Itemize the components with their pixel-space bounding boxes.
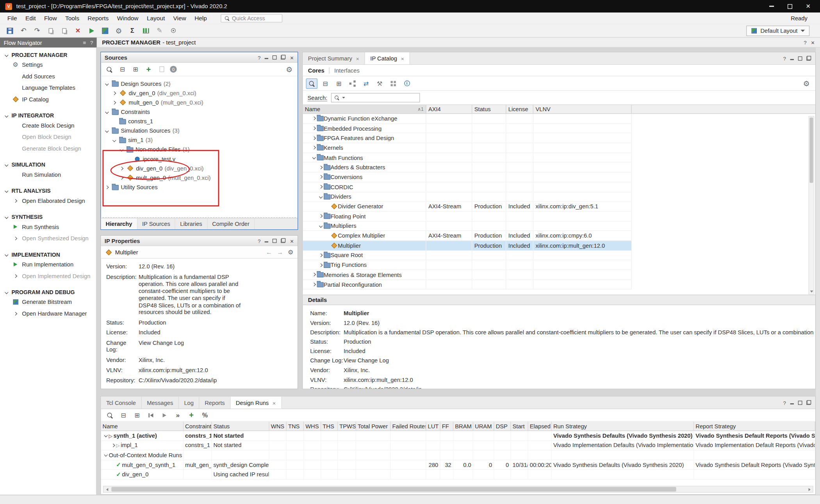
horizontal-scrollbar[interactable] (103, 486, 813, 493)
vertical-scrollbar[interactable] (809, 116, 815, 295)
flow-item-open-elaborated-design[interactable]: Open Elaborated Design (0, 195, 96, 206)
gear-button[interactable] (113, 25, 124, 36)
column-header-ff[interactable]: FF (440, 422, 453, 431)
subtab-cores[interactable]: Cores (308, 67, 324, 73)
section-header-program-and-debug[interactable]: PROGRAM AND DEBUG (0, 288, 96, 296)
design-run-synth-1-active[interactable]: synth_1 (active)constrs_1Not startedViva… (101, 431, 815, 441)
design-run-out-of-context-module-runs[interactable]: Out-of-Context Module Runs (101, 451, 815, 460)
catalog-row-dividers[interactable]: Dividers (303, 192, 631, 202)
column-header-vlnv[interactable]: VLNV (533, 105, 632, 113)
add-button[interactable] (185, 410, 197, 421)
collapse-icon[interactable] (111, 139, 117, 142)
expand-icon[interactable] (311, 117, 317, 120)
flow-item-open-block-design[interactable]: Open Block Design (0, 131, 96, 142)
section-header-project-manager[interactable]: PROJECT MANAGER (0, 51, 96, 59)
expand-icon[interactable] (111, 92, 117, 94)
catalog-row-math-functions[interactable]: Math Functions (303, 153, 631, 163)
flow-item-run-implementation[interactable]: Run Implementation (0, 259, 96, 270)
menu-window[interactable]: Window (113, 15, 143, 21)
tab-reports[interactable]: Reports (200, 397, 231, 409)
minimize-icon[interactable] (790, 401, 794, 404)
catalog-row-dynamic-function-exchange[interactable]: Dynamic Function eXchange (303, 114, 631, 124)
column-header-whs[interactable]: WHS (304, 422, 321, 431)
tree-item-constraints[interactable]: Constraints (101, 107, 298, 117)
expand-icon[interactable] (311, 273, 317, 276)
column-header-start[interactable]: Start (511, 422, 528, 431)
catalog-row-fpga-features-and-design[interactable]: FPGA Features and Design (303, 133, 631, 143)
expand-icon[interactable] (317, 254, 324, 257)
gear-icon[interactable] (288, 249, 293, 255)
layout-selector[interactable]: Default Layout (746, 25, 809, 36)
minimize-button[interactable] (769, 6, 774, 7)
expand-all-button[interactable] (333, 78, 344, 89)
expand-icon[interactable] (317, 264, 324, 266)
link-view-change-log[interactable]: View Change Log (139, 339, 243, 353)
copy-button[interactable] (45, 25, 56, 36)
percent-button[interactable] (199, 410, 210, 421)
section-header-rtl-analysis[interactable]: RTL ANALYSIS (0, 186, 96, 195)
column-header-wns[interactable]: WNS (269, 422, 287, 431)
close-icon[interactable] (811, 39, 815, 45)
paste-button[interactable] (59, 25, 70, 36)
maximize-icon[interactable] (798, 401, 802, 405)
flow-item-run-synthesis[interactable]: Run Synthesis (0, 221, 96, 232)
section-header-ip-integrator[interactable]: IP INTEGRATOR (0, 111, 96, 119)
dock-icon[interactable]: ≡ (83, 40, 86, 46)
collapse-icon[interactable] (317, 225, 324, 227)
tab-compile-order[interactable]: Compile Order (207, 218, 255, 229)
column-header-status[interactable]: Status (212, 422, 269, 431)
column-header-failed-routes[interactable]: Failed Routes (390, 422, 426, 431)
sigma-button[interactable] (127, 25, 138, 36)
expand-icon[interactable] (317, 176, 324, 179)
scroll-right-arrow[interactable] (806, 486, 813, 492)
link-production[interactable]: Production (344, 339, 371, 346)
expand-icon[interactable] (111, 101, 117, 104)
flow-item-generate-bitstream[interactable]: Generate Bitstream (0, 296, 96, 307)
wrench-button[interactable] (374, 78, 385, 89)
collapse-icon[interactable] (103, 454, 109, 456)
file-button[interactable] (156, 64, 167, 75)
expand-all-button[interactable] (130, 64, 141, 75)
help-icon[interactable] (258, 238, 260, 244)
flow-item-add-sources[interactable]: Add Sources (0, 71, 96, 82)
collapse-all-button[interactable] (118, 410, 129, 421)
info-button[interactable] (401, 78, 412, 89)
design-run-mult-gen-0-synth-1[interactable]: mult_gen_0_synth_1mult_gen_0synth_design… (101, 460, 815, 470)
expand-all-button[interactable] (131, 410, 143, 421)
close-icon[interactable] (290, 54, 294, 60)
fast-forward-button[interactable] (172, 410, 184, 421)
menu-file[interactable]: File (3, 15, 21, 21)
close-icon[interactable] (290, 238, 294, 244)
messages-badge[interactable]: 0 (170, 66, 176, 73)
expand-icon[interactable] (317, 215, 324, 218)
column-header-constraints[interactable]: Constraints (184, 422, 212, 431)
expand-icon[interactable] (110, 444, 116, 447)
settings-button[interactable] (800, 78, 812, 89)
collapse-icon[interactable] (103, 110, 110, 113)
undo-button[interactable] (18, 25, 29, 36)
help-icon[interactable]: ? (90, 40, 93, 46)
column-header-name[interactable]: Name (101, 422, 184, 431)
column-header-name[interactable]: Name∧1 (303, 105, 426, 113)
edit-button[interactable] (154, 25, 165, 36)
collapse-all-button[interactable] (117, 64, 128, 75)
ip-properties-header[interactable]: IP Properties (101, 236, 298, 246)
expand-icon[interactable] (311, 137, 317, 140)
tab-design-runs[interactable]: Design Runs (230, 397, 282, 409)
menu-reports[interactable]: Reports (84, 15, 113, 21)
run-button[interactable] (86, 25, 97, 36)
swap-button[interactable] (360, 78, 372, 89)
maximize-button[interactable] (788, 4, 792, 9)
flow-item-open-hardware-manager[interactable]: Open Hardware Manager (0, 308, 96, 319)
catalog-row-floating-point[interactable]: Floating Point (303, 211, 631, 221)
catalog-row-complex-multiplier[interactable]: Complex MultiplierAXI4-StreamProductionI… (303, 231, 631, 241)
collapse-icon[interactable] (311, 156, 317, 159)
catalog-row-embedded-processing[interactable]: Embedded Processing (303, 124, 631, 133)
minimize-icon[interactable] (790, 57, 794, 60)
column-header-uram[interactable]: URAM (473, 422, 494, 431)
scroll-down-arrow[interactable] (809, 289, 814, 294)
scrollbar-thumb[interactable] (809, 117, 813, 183)
catalog-row-cordic[interactable]: CORDIC (303, 182, 631, 192)
catalog-row-conversions[interactable]: Conversions (303, 172, 631, 182)
catalog-row-trig-functions[interactable]: Trig Functions (303, 260, 631, 270)
